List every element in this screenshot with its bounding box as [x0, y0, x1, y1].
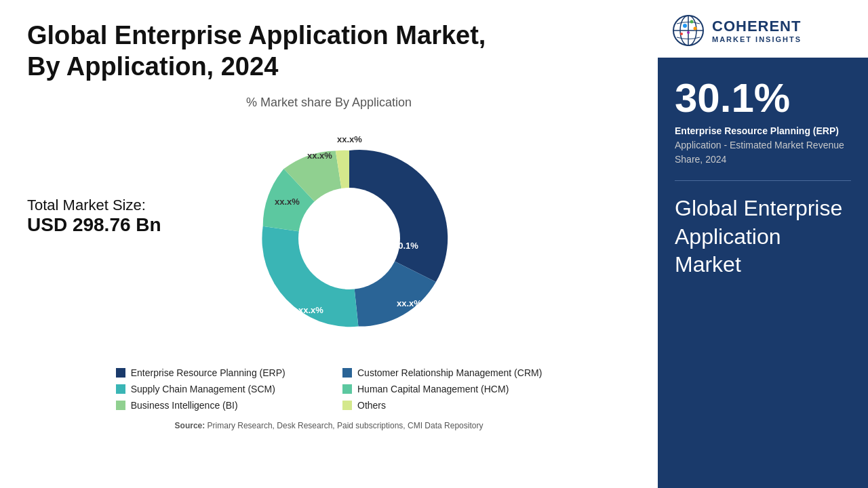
- logo-tagline: MARKET INSIGHTS: [712, 35, 802, 43]
- logo-name: COHERENT: [712, 18, 802, 35]
- legend-item-erp: Enterprise Resource Planning (ERP): [116, 367, 315, 378]
- page-title: Global Enterprise Application Market, By…: [27, 20, 502, 82]
- svg-point-4: [683, 24, 687, 28]
- source-text: Source: Primary Research, Desk Research,…: [175, 421, 484, 430]
- market-size-value: USD 298.76 Bn: [27, 214, 161, 236]
- highlight-percent: 30.1%: [675, 78, 851, 119]
- logo-area: COHERENT MARKET INSIGHTS: [658, 0, 868, 58]
- chart-subtitle: % Market share By Application: [246, 96, 412, 110]
- legend-color-erp: [116, 368, 125, 378]
- source-label: Source:: [175, 421, 208, 430]
- svg-point-5: [690, 20, 694, 24]
- bi-label: xx.x%: [307, 150, 332, 161]
- donut-chart: 30.1% xx.x% xx.x% xx.x% xx.x% xx.x%: [234, 123, 465, 354]
- chart-area: % Market share By Application: [27, 96, 631, 430]
- coherent-logo-globe: [671, 14, 705, 47]
- legend-label-bi: Business Intelligence (BI): [131, 400, 238, 411]
- divider: [675, 180, 851, 181]
- crm-label: xx.x%: [397, 298, 422, 308]
- svg-point-6: [694, 27, 697, 30]
- donut-svg: 30.1% xx.x% xx.x% xx.x% xx.x% xx.x%: [234, 123, 465, 354]
- legend-label-others: Others: [357, 400, 386, 411]
- legend-color-scm: [116, 384, 125, 394]
- svg-point-8: [680, 33, 683, 35]
- legend-item-hcm: Human Capital Management (HCM): [342, 384, 542, 394]
- erp-label: 30.1%: [393, 241, 418, 251]
- legend-label-hcm: Human Capital Management (HCM): [357, 384, 509, 394]
- legend-label-erp: Enterprise Resource Planning (ERP): [131, 367, 285, 378]
- sidebar-content: 30.1% Enterprise Resource Planning (ERP)…: [658, 58, 868, 488]
- market-size-label: Total Market Size:: [27, 197, 161, 214]
- legend-item-crm: Customer Relationship Management (CRM): [342, 367, 542, 378]
- legend-color-hcm: [342, 384, 352, 394]
- sidebar: COHERENT MARKET INSIGHTS 30.1% Enterpris…: [658, 0, 868, 488]
- legend-item-bi: Business Intelligence (BI): [116, 400, 315, 411]
- market-size-section: Total Market Size: USD 298.76 Bn: [27, 197, 161, 236]
- logo-text: COHERENT MARKET INSIGHTS: [712, 18, 802, 43]
- sidebar-bottom-title: Global Enterprise Application Market: [675, 195, 851, 279]
- legend-color-crm: [342, 368, 352, 378]
- svg-point-7: [687, 31, 690, 34]
- legend-color-others: [342, 401, 352, 410]
- legend-item-scm: Supply Chain Management (SCM): [116, 384, 315, 394]
- legend-label-crm: Customer Relationship Management (CRM): [357, 367, 542, 378]
- scm-label: xx.x%: [298, 305, 323, 315]
- donut-hole: [298, 188, 400, 289]
- legend-label-scm: Supply Chain Management (SCM): [131, 384, 275, 394]
- highlight-bold: Enterprise Resource Planning (ERP): [675, 125, 839, 136]
- highlight-desc: Enterprise Resource Planning (ERP) Appli…: [675, 124, 851, 167]
- main-content: Global Enterprise Application Market, By…: [0, 0, 658, 488]
- legend-item-others: Others: [342, 400, 542, 411]
- highlight-subdesc: Application - Estimated Market Revenue S…: [675, 140, 844, 165]
- others-label: xx.x%: [337, 134, 362, 144]
- source-value: Primary Research, Desk Research, Paid su…: [208, 421, 484, 430]
- hcm-label: xx.x%: [275, 197, 300, 207]
- legend-color-bi: [116, 401, 125, 410]
- chart-wrapper: 30.1% xx.x% xx.x% xx.x% xx.x% xx.x%: [234, 123, 465, 354]
- legend: Enterprise Resource Planning (ERP) Custo…: [116, 367, 542, 411]
